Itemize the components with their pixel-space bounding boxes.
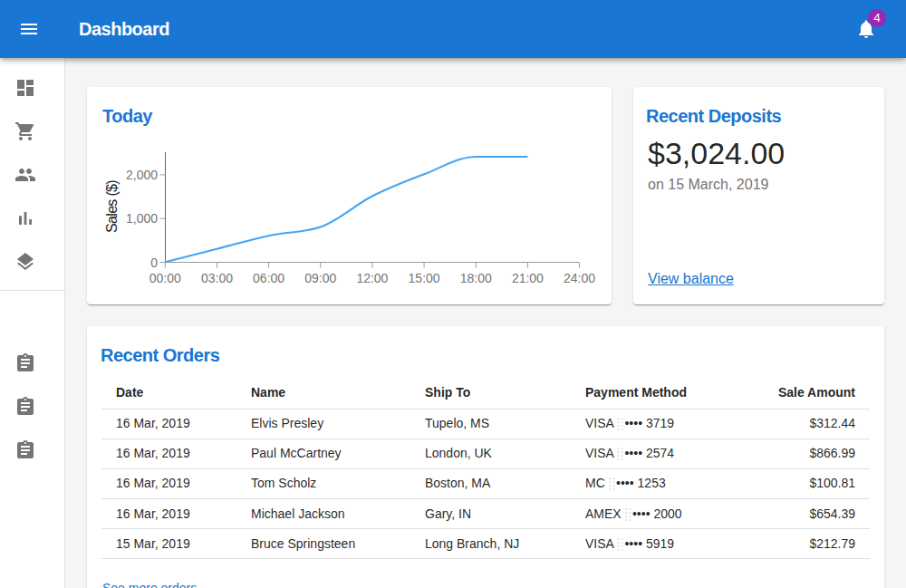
svg-text:24:00: 24:00 [564, 271, 595, 285]
svg-text:15:00: 15:00 [409, 271, 440, 285]
svg-text:03:00: 03:00 [201, 271, 233, 285]
svg-text:1,000: 1,000 [126, 211, 158, 226]
svg-text:2,000: 2,000 [126, 168, 158, 182]
svg-text:06:00: 06:00 [253, 271, 284, 285]
svg-text:09:00: 09:00 [304, 271, 336, 285]
svg-text:12:00: 12:00 [356, 271, 388, 285]
svg-text:21:00: 21:00 [512, 271, 544, 285]
svg-text:Sales ($): Sales ($) [104, 180, 120, 233]
svg-text:00:00: 00:00 [149, 271, 181, 285]
svg-text:0: 0 [150, 255, 158, 270]
svg-text:18:00: 18:00 [460, 271, 492, 285]
